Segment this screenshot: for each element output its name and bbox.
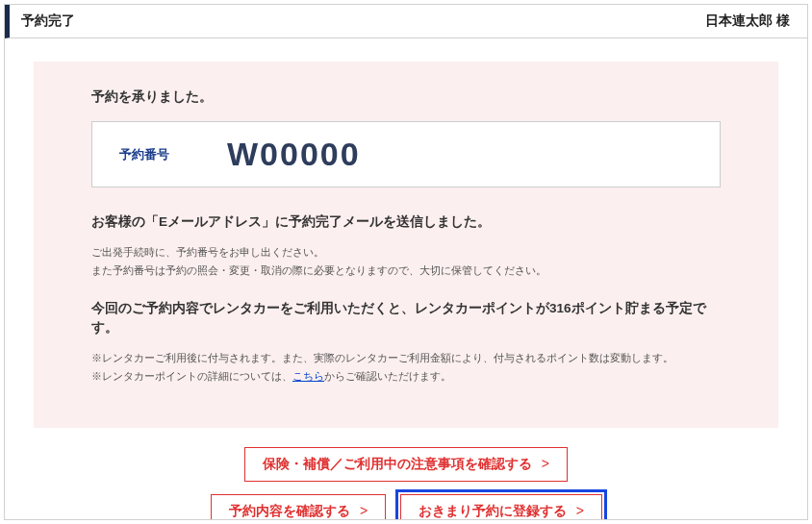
email-notes: ご出発手続時に、予約番号をお申し出ください。 また予約番号は予約の照会・変更・取… — [91, 243, 721, 279]
chevron-right-icon: > — [576, 503, 584, 518]
email-heading: お客様の「Eメールアドレス」に予約完了メールを送信しました。 — [91, 212, 721, 232]
accepted-heading: 予約を承りました。 — [91, 88, 721, 106]
highlight-frame: おきまり予約に登録する > — [395, 489, 607, 521]
confirm-reservation-button[interactable]: 予約内容を確認する > — [211, 494, 386, 521]
reservation-number: W00000 — [227, 136, 361, 173]
points-detail-link[interactable]: こちら — [292, 370, 324, 382]
register-favorite-button[interactable]: おきまり予約に登録する > — [400, 494, 602, 521]
points-note-2-prefix: ※レンタカーポイントの詳細については、 — [91, 370, 292, 382]
email-note-2: また予約番号は予約の照会・変更・取消の際に必要となりますので、大切に保管してくだ… — [91, 264, 546, 276]
reservation-label: 予約番号 — [119, 146, 169, 163]
content-area: 予約を承りました。 予約番号 W00000 お客様の「Eメールアドレス」に予約完… — [5, 38, 807, 520]
chevron-right-icon: > — [360, 503, 368, 518]
button-row-2: 予約内容を確認する > おきまり予約に登録する > — [34, 489, 778, 521]
confirm-button-label: 予約内容を確認する — [229, 503, 350, 518]
points-note-1: ※レンタカーご利用後に付与されます。また、実際のレンタカーご利用金額により、付与… — [91, 352, 673, 363]
chevron-right-icon: > — [542, 456, 549, 471]
page-title: 予約完了 — [21, 12, 75, 30]
button-area: 保険・補償／ご利用中の注意事項を確認する > 予約内容を確認する > おきまり予… — [34, 428, 778, 521]
header-bar: 予約完了 日本連太郎 様 — [5, 5, 807, 38]
points-heading: 今回のご予約内容でレンタカーをご利用いただくと、レンタカーポイントが316ポイン… — [91, 299, 721, 338]
confirmation-panel: 予約を承りました。 予約番号 W00000 お客様の「Eメールアドレス」に予約完… — [34, 62, 778, 428]
user-name: 日本連太郎 様 — [705, 12, 790, 30]
points-notes: ※レンタカーご利用後に付与されます。また、実際のレンタカーご利用金額により、付与… — [91, 349, 721, 385]
page-frame: 予約完了 日本連太郎 様 予約を承りました。 予約番号 W00000 お客様の「… — [4, 4, 808, 520]
insurance-notes-button[interactable]: 保険・補償／ご利用中の注意事項を確認する > — [244, 447, 568, 482]
register-button-label: おきまり予約に登録する — [419, 503, 567, 518]
reservation-number-box: 予約番号 W00000 — [91, 121, 721, 187]
points-note-2-suffix: からご確認いただけます。 — [324, 370, 451, 382]
button-row-1: 保険・補償／ご利用中の注意事項を確認する > — [34, 443, 778, 486]
insurance-button-label: 保険・補償／ご利用中の注意事項を確認する — [263, 456, 532, 471]
email-note-1: ご出発手続時に、予約番号をお申し出ください。 — [91, 246, 324, 258]
